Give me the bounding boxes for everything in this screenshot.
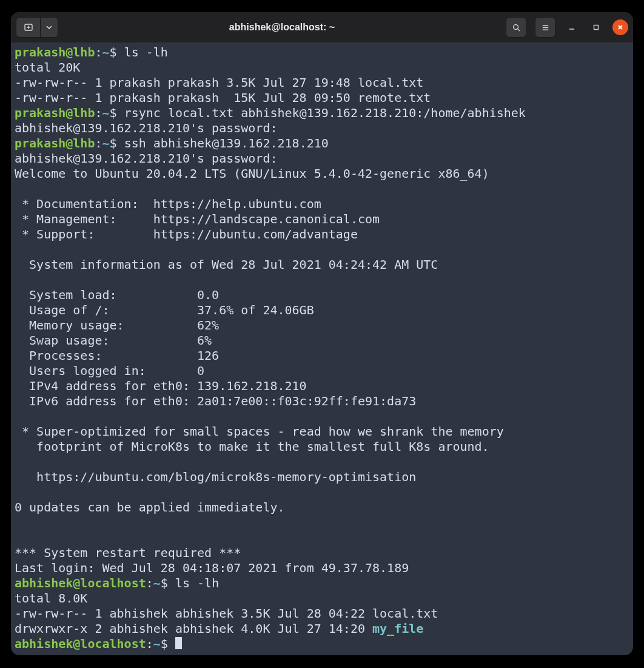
prompt-path: ~ [153,576,161,590]
prompt-colon: : [95,106,102,120]
prompt-dollar: $ [110,45,124,59]
output-line: footprint of MicroK8s to make it the sma… [15,439,489,454]
svg-rect-9 [594,25,599,30]
prompt-path: ~ [102,136,110,150]
prompt-line: prakash@lhb:~$ ls -lh [15,45,168,59]
prompt-dollar: $ [161,576,175,590]
cursor [175,637,182,649]
output-line: Swap usage: 6% [15,333,212,348]
output-line: * Management: https://landscape.canonica… [15,212,380,226]
prompt-colon: : [95,45,102,59]
prompt-colon: : [146,576,153,590]
command-text: ssh abhishek@139.162.218.210 [124,136,329,150]
hamburger-icon [541,23,550,32]
new-tab-dropdown-button[interactable] [40,17,58,38]
prompt-line: abhishek@localhost:~$ [15,636,182,651]
prompt-line: prakash@lhb:~$ ssh abhishek@139.162.218.… [15,136,329,150]
prompt-userhost: abhishek@localhost [15,576,146,590]
output-line: *** System restart required *** [15,545,241,560]
output-line: Users logged in: 0 [15,363,204,378]
output-line: -rw-rw-r-- 1 prakash prakash 15K Jul 28 … [15,90,431,105]
chevron-down-icon [46,24,52,30]
terminal-content[interactable]: prakash@lhb:~$ ls -lh total 20K -rw-rw-r… [11,42,633,655]
prompt-path: ~ [153,636,161,651]
terminal-window: abhishek@localhost: ~ prakash@lhb:~$ ls … [11,12,633,655]
prompt-line: prakash@lhb:~$ rsync local.txt abhishek@… [15,106,526,120]
minimize-icon [568,24,575,31]
prompt-colon: : [95,136,102,150]
output-line: Welcome to Ubuntu 20.04.2 LTS (GNU/Linux… [15,166,489,181]
prompt-path: ~ [102,45,110,59]
command-text: ls -lh [175,576,219,590]
prompt-dollar: $ [110,106,124,120]
directory-name: my_file [372,621,423,636]
output-line: Usage of /: 37.6% of 24.06GB [15,303,314,317]
output-line: IPv6 address for eth0: 2a01:7e00::f03c:9… [15,394,416,408]
window-title: abhishek@localhost: ~ [62,22,502,33]
titlebar: abhishek@localhost: ~ [11,12,633,42]
new-tab-button[interactable] [16,17,40,38]
maximize-button[interactable] [588,19,604,35]
output-line: 0 updates can be applied immediately. [15,500,285,514]
output-line: -rw-rw-r-- 1 prakash prakash 3.5K Jul 27… [15,75,423,90]
prompt-userhost: prakash@lhb [15,106,95,120]
file-perms: drwxrwxr-x 2 abhishek abhishek 4.0K Jul … [15,621,372,636]
prompt-userhost: prakash@lhb [15,45,95,59]
svg-line-4 [517,29,520,31]
maximize-icon [592,24,600,31]
command-text: rsync local.txt abhishek@139.162.218.210… [124,106,526,120]
prompt-dollar: $ [110,136,124,150]
output-line: -rw-rw-r-- 1 abhishek abhishek 3.5K Jul … [15,606,438,621]
output-line: abhishek@139.162.218.210's password: [15,151,277,166]
output-line: Processes: 126 [15,348,219,363]
titlebar-right-group [506,17,628,38]
close-icon [617,24,624,31]
output-line: * Support: https://ubuntu.com/advantage [15,227,358,241]
minimize-button[interactable] [564,19,580,35]
menu-button[interactable] [535,17,555,38]
prompt-line: abhishek@localhost:~$ ls -lh [15,576,219,590]
search-button[interactable] [506,17,526,38]
output-line: Memory usage: 62% [15,318,219,332]
prompt-path: ~ [102,106,110,120]
output-line: abhishek@139.162.218.210's password: [15,121,277,135]
command-text: ls -lh [124,45,168,59]
prompt-colon: : [146,636,153,651]
prompt-dollar: $ [161,636,175,651]
close-button[interactable] [612,19,628,35]
new-tab-icon [24,22,33,32]
svg-point-3 [513,24,518,29]
output-line: * Super-optimized for small spaces - rea… [15,424,504,439]
search-icon [512,23,521,32]
output-line: System information as of Wed 28 Jul 2021… [15,257,438,272]
output-line: System load: 0.0 [15,288,219,302]
prompt-userhost: abhishek@localhost [15,636,146,651]
titlebar-left-group [16,17,58,38]
prompt-userhost: prakash@lhb [15,136,95,150]
output-line: IPv4 address for eth0: 139.162.218.210 [15,379,307,393]
output-line: total 20K [15,60,80,75]
output-line: * Documentation: https://help.ubuntu.com [15,197,321,211]
output-line: total 8.0K [15,591,87,606]
output-line: https://ubuntu.com/blog/microk8s-memory-… [15,470,416,484]
output-line: Last login: Wed Jul 28 04:18:07 2021 fro… [15,561,409,575]
output-line: drwxrwxr-x 2 abhishek abhishek 4.0K Jul … [15,621,423,636]
